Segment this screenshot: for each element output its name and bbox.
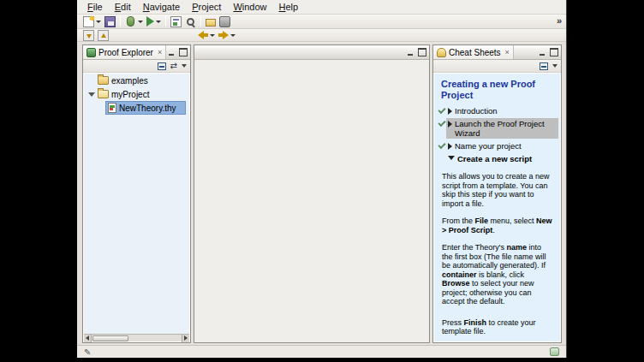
project-tree: examples myProject NewTheory.thy <box>84 74 189 334</box>
step-launch-wizard[interactable]: Launch the Proof Project Wizard <box>434 117 560 139</box>
explorer-toolbar: ⇄ <box>83 60 190 73</box>
workbench-area: Proof Explorer × ⇄ examples <box>77 43 566 345</box>
back-button[interactable] <box>196 29 217 42</box>
collapse-all-icon[interactable] <box>540 62 548 70</box>
back-icon <box>198 30 208 41</box>
run-button[interactable] <box>145 15 163 28</box>
closed-folder-icon <box>98 76 109 85</box>
chevron-down-icon[interactable] <box>210 34 215 37</box>
maximize-icon[interactable] <box>178 48 188 56</box>
open-folder-icon <box>206 19 216 27</box>
search-icon <box>187 18 194 26</box>
cheat-sheet-title: Creating a new Proof Project <box>434 74 560 104</box>
empty-editor-area[interactable] <box>195 60 428 341</box>
menu-project[interactable]: Project <box>186 1 227 13</box>
chevron-down-icon[interactable] <box>230 34 236 37</box>
chevron-down-icon[interactable] <box>156 21 161 23</box>
statusbar: ✎ <box>77 345 566 358</box>
save-icon <box>104 16 116 27</box>
maximize-icon[interactable] <box>549 48 558 56</box>
debug-icon <box>127 16 134 27</box>
toolbar-separator <box>200 16 201 27</box>
debug-button[interactable] <box>123 15 145 28</box>
new-wizard-button[interactable] <box>81 15 103 28</box>
toolbar-overflow-chevron[interactable]: » <box>557 15 562 26</box>
paragraph: Press Finish to create your template fil… <box>442 318 552 336</box>
menu-edit[interactable]: Edit <box>109 1 137 13</box>
new-theory-button[interactable] <box>169 15 183 28</box>
tab-label: Proof Explorer <box>98 48 153 57</box>
minimize-icon[interactable] <box>405 48 414 56</box>
tab-cheat-sheets[interactable]: Cheat Sheets × <box>433 45 514 59</box>
chevron-right-icon[interactable] <box>448 143 452 150</box>
check-icon <box>438 105 446 115</box>
scroll-right-icon[interactable] <box>182 335 189 342</box>
application-window: File Edit Navigate Project Window Help <box>77 0 567 358</box>
link-with-editor-icon[interactable]: ⇄ <box>170 62 177 70</box>
paragraph: Enter the Theory's name into the first b… <box>442 243 552 306</box>
next-annotation-button[interactable] <box>81 29 96 42</box>
tree-item-newtheory[interactable]: NewTheory.thy <box>84 101 189 115</box>
close-icon[interactable]: × <box>158 48 162 56</box>
open-folder-button[interactable] <box>204 15 218 28</box>
menu-window[interactable]: Window <box>227 1 272 13</box>
cheat-steps: Introduction Launch the Proof Project Wi… <box>434 104 560 169</box>
maximize-icon[interactable] <box>417 48 426 56</box>
save-button[interactable] <box>103 15 117 28</box>
secondary-toolbar <box>77 29 566 42</box>
view-menu-icon[interactable] <box>552 64 558 68</box>
minimize-icon[interactable] <box>537 48 546 56</box>
forward-button[interactable] <box>217 29 237 42</box>
previous-annotation-button[interactable] <box>96 29 110 42</box>
collapse-all-icon[interactable] <box>158 62 166 70</box>
check-icon <box>438 118 446 128</box>
search-button[interactable] <box>183 15 198 28</box>
external-tools-icon <box>219 16 230 27</box>
chevron-right-icon[interactable] <box>448 108 452 115</box>
status-right-icon[interactable] <box>550 347 559 356</box>
main-toolbar: » <box>77 15 566 29</box>
step-label: Create a new script <box>457 154 532 163</box>
paragraph: From the File menu, select New > Proof S… <box>442 217 552 234</box>
view-menu-icon[interactable] <box>182 64 187 68</box>
tree-item-examples[interactable]: examples <box>84 74 189 87</box>
pencil-icon: ✎ <box>84 347 91 357</box>
cheat-sheet-content: Creating a new Proof Project Introductio… <box>434 74 560 341</box>
menu-help[interactable]: Help <box>273 1 305 13</box>
tab-proof-explorer[interactable]: Proof Explorer × <box>83 45 166 59</box>
cheat-step-description: This allows you to create a new script f… <box>434 169 560 341</box>
chevron-down-icon[interactable] <box>448 156 455 160</box>
editor-tabstrip <box>194 45 429 60</box>
toolbar-separator <box>165 16 166 27</box>
close-icon[interactable]: × <box>505 48 510 56</box>
previous-annotation-icon <box>98 30 109 41</box>
open-folder-icon <box>98 90 109 98</box>
forward-icon <box>218 30 229 41</box>
cheat-sheets-view: Cheat Sheets × Creating a new Proof Proj… <box>432 45 562 343</box>
chevron-down-icon[interactable] <box>96 21 101 23</box>
minimize-icon[interactable] <box>166 48 176 56</box>
menu-file[interactable]: File <box>81 1 109 13</box>
horizontal-scrollbar[interactable] <box>84 334 189 341</box>
step-create-script[interactable]: Create a new script <box>434 152 560 165</box>
run-icon <box>146 16 154 27</box>
chevron-right-icon[interactable] <box>448 121 452 128</box>
paragraph: This allows you to create a new script f… <box>442 172 552 208</box>
expander-slot[interactable] <box>87 92 96 97</box>
step-name-project[interactable]: Name your project <box>434 139 560 152</box>
scroll-left-icon[interactable] <box>84 335 92 342</box>
menu-navigate[interactable]: Navigate <box>137 1 186 13</box>
tree-item-label: NewTheory.thy <box>119 104 176 113</box>
chevron-expanded-icon <box>88 92 95 97</box>
tree-item-label: examples <box>111 76 148 86</box>
tree-item-myproject[interactable]: myProject <box>84 87 189 101</box>
check-icon <box>438 140 446 150</box>
cheats-tabstrip: Cheat Sheets × <box>433 45 561 60</box>
step-introduction[interactable]: Introduction <box>434 104 560 117</box>
chevron-down-icon[interactable] <box>138 21 143 23</box>
proof-explorer-view: Proof Explorer × ⇄ examples <box>82 45 191 343</box>
check-slot <box>438 153 446 163</box>
new-wizard-icon <box>83 16 94 27</box>
scrollbar-thumb[interactable] <box>92 335 128 341</box>
external-tools-button[interactable] <box>218 15 232 28</box>
